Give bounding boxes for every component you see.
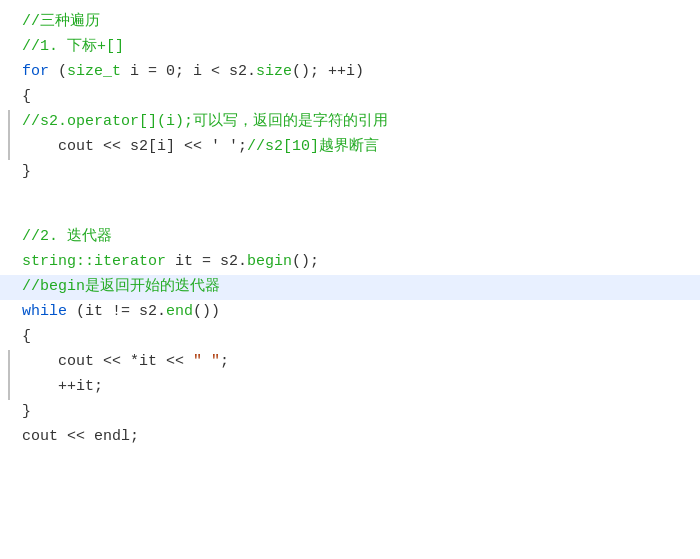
code-token: //s2.operator[](i);可以写，返回的是字符的引用	[22, 113, 388, 130]
line-indent	[0, 425, 18, 450]
code-token: //1. 下标+[]	[22, 38, 124, 55]
code-line: //begin是返回开始的迭代器	[0, 275, 700, 300]
line-indent	[0, 225, 18, 250]
line-content: ++it;	[18, 375, 700, 400]
code-token: string::iterator	[22, 253, 166, 270]
code-token: cout << endl;	[22, 428, 139, 445]
line-indent	[0, 35, 18, 60]
code-token: cout << s2[i] << ' ';	[22, 138, 247, 155]
code-token: ;	[220, 353, 229, 370]
code-token: }	[22, 403, 31, 420]
code-token: cout << *it <<	[22, 353, 193, 370]
line-content: }	[18, 160, 700, 185]
line-indent	[0, 350, 18, 375]
line-content: while (it != s2.end())	[18, 300, 700, 325]
line-indent	[0, 300, 18, 325]
line-content: cout << s2[i] << ' ';//s2[10]越界断言	[18, 135, 700, 160]
code-token: size	[256, 63, 292, 80]
line-content: //2. 迭代器	[18, 225, 700, 250]
code-line: //2. 迭代器	[0, 225, 700, 250]
code-line: }	[0, 160, 700, 185]
line-content: string::iterator it = s2.begin();	[18, 250, 700, 275]
code-token: //s2[10]越界断言	[247, 138, 379, 155]
code-token: //begin是返回开始的迭代器	[22, 278, 220, 295]
spacer-line	[0, 205, 700, 225]
line-content: //begin是返回开始的迭代器	[18, 275, 700, 300]
code-token: while	[22, 303, 67, 320]
code-token: ();	[292, 253, 319, 270]
code-token: size_t	[67, 63, 121, 80]
line-content: //s2.operator[](i);可以写，返回的是字符的引用	[18, 110, 700, 135]
code-token: (); ++i)	[292, 63, 364, 80]
spacer-line	[0, 185, 700, 205]
code-token: {	[22, 328, 31, 345]
line-indent	[0, 85, 18, 110]
line-content: //1. 下标+[]	[18, 35, 700, 60]
code-token: " "	[193, 353, 220, 370]
code-line: }	[0, 400, 700, 425]
code-line: string::iterator it = s2.begin();	[0, 250, 700, 275]
line-content: //三种遍历	[18, 10, 700, 35]
code-line: while (it != s2.end())	[0, 300, 700, 325]
line-indent	[0, 325, 18, 350]
line-indent	[0, 275, 18, 300]
code-line: //1. 下标+[]	[0, 35, 700, 60]
line-indent	[0, 400, 18, 425]
code-line: //s2.operator[](i);可以写，返回的是字符的引用	[0, 110, 700, 135]
code-block: //三种遍历//1. 下标+[]for (size_t i = 0; i < s…	[0, 0, 700, 460]
line-indent	[0, 135, 18, 160]
line-content: {	[18, 325, 700, 350]
code-token: begin	[247, 253, 292, 270]
line-indent	[0, 375, 18, 400]
code-line: {	[0, 85, 700, 110]
line-content: cout << endl;	[18, 425, 700, 450]
line-indent	[0, 160, 18, 185]
code-token: end	[166, 303, 193, 320]
code-token: for	[22, 63, 49, 80]
code-line: cout << endl;	[0, 425, 700, 450]
code-line: {	[0, 325, 700, 350]
line-indent	[0, 110, 18, 135]
code-token: (it != s2.	[67, 303, 166, 320]
code-token: }	[22, 163, 31, 180]
code-line: cout << *it << " ";	[0, 350, 700, 375]
code-token: ++it;	[22, 378, 103, 395]
code-line: for (size_t i = 0; i < s2.size(); ++i)	[0, 60, 700, 85]
code-token: {	[22, 88, 31, 105]
code-token: it = s2.	[166, 253, 247, 270]
code-line: cout << s2[i] << ' ';//s2[10]越界断言	[0, 135, 700, 160]
line-content: for (size_t i = 0; i < s2.size(); ++i)	[18, 60, 700, 85]
code-line: //三种遍历	[0, 10, 700, 35]
code-token: (	[49, 63, 67, 80]
line-indent	[0, 60, 18, 85]
line-content: cout << *it << " ";	[18, 350, 700, 375]
line-indent	[0, 250, 18, 275]
code-token: //三种遍历	[22, 13, 100, 30]
code-token: //2. 迭代器	[22, 228, 112, 245]
code-line: ++it;	[0, 375, 700, 400]
line-indent	[0, 10, 18, 35]
code-token: ())	[193, 303, 220, 320]
line-content: }	[18, 400, 700, 425]
line-content: {	[18, 85, 700, 110]
code-token: i = 0; i < s2.	[121, 63, 256, 80]
